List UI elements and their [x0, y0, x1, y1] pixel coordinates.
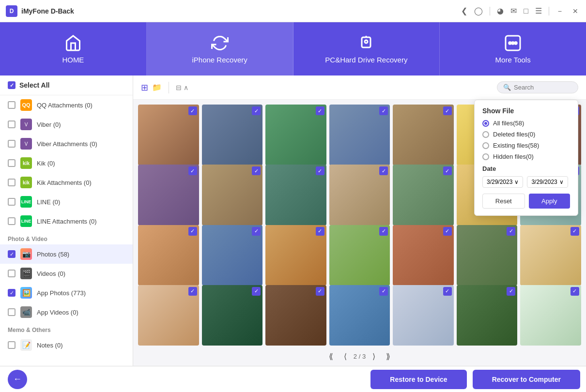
viber-attachments-checkbox[interactable]	[8, 140, 15, 148]
filter-option-all[interactable]: All files(58)	[482, 120, 570, 127]
photos-checkbox[interactable]	[8, 250, 15, 258]
photo-check-28: ✓	[571, 287, 579, 296]
last-page-button[interactable]: ⟫	[382, 351, 394, 362]
select-all-row[interactable]: Select All	[0, 75, 133, 95]
filter-option-deleted[interactable]: Deleted files(0)	[482, 131, 570, 138]
grid-view-icon[interactable]: ⊞	[141, 82, 148, 93]
date-from-select[interactable]: 3/29/2023 ∨	[482, 176, 523, 188]
photo-cell-4[interactable]: ✓	[329, 105, 390, 166]
search-input[interactable]	[514, 84, 572, 91]
svg-point-4	[509, 42, 511, 44]
photo-cell-24[interactable]: ✓	[265, 285, 326, 346]
photo-cell-19[interactable]: ✓	[393, 225, 454, 286]
menu-icon[interactable]: ☰	[535, 6, 542, 15]
photo-cell-28[interactable]: ✓	[520, 285, 581, 346]
photo-video-section: Photo & Video	[0, 231, 133, 244]
nav-iphone-recovery[interactable]: iPhone Recovery	[147, 22, 293, 75]
photo-cell-15[interactable]: ✓	[138, 225, 199, 286]
notes-checkbox[interactable]	[8, 341, 15, 349]
photo-cell-17[interactable]: ✓	[265, 225, 326, 286]
next-page-button[interactable]: ⟩	[369, 351, 379, 362]
photo-cell-1[interactable]: ✓	[138, 105, 199, 166]
restore-to-device-button[interactable]: Restore to Device	[370, 370, 466, 389]
minimize-button[interactable]: −	[556, 7, 564, 15]
content-area: ⊞ 📁 ⊟ ∧ 🔍 ✓✓✓✓✓✓✓✓✓✓✓✓✓✓✓✓✓✓✓✓✓✓✓✓✓✓✓✓ ⟪…	[133, 75, 586, 366]
sidebar-item-qq-attachments[interactable]: QQ QQ Attachments (0)	[0, 95, 133, 115]
kik-checkbox[interactable]	[8, 159, 15, 167]
photo-cell-26[interactable]: ✓	[393, 285, 454, 346]
chat-icon[interactable]: □	[524, 7, 528, 15]
folder-view-icon[interactable]: 📁	[152, 83, 162, 92]
sidebar-item-line-attachments[interactable]: LINE LINE Attachments (0)	[0, 211, 133, 231]
first-page-button[interactable]: ⟪	[325, 351, 337, 362]
photo-check-20: ✓	[507, 227, 515, 236]
photo-cell-12[interactable]: ✓	[393, 165, 454, 226]
date-from-chevron: ∨	[514, 179, 519, 185]
recover-to-computer-button[interactable]: Recover to Computer	[473, 370, 580, 389]
sidebar-item-kik[interactable]: kik Kik (0)	[0, 153, 133, 173]
filter-all-radio[interactable]	[482, 120, 489, 127]
photo-check-17: ✓	[316, 227, 324, 236]
mail-icon[interactable]: ✉	[510, 6, 517, 15]
photo-cell-2[interactable]: ✓	[202, 105, 263, 166]
sidebar-item-line[interactable]: LINE LINE (0)	[0, 192, 133, 211]
close-button[interactable]: ✕	[571, 7, 580, 15]
photo-cell-18[interactable]: ✓	[329, 225, 390, 286]
filter-option-existing[interactable]: Existing files(58)	[482, 142, 570, 149]
app-videos-checkbox[interactable]	[8, 308, 15, 316]
viber-checkbox[interactable]	[8, 121, 15, 128]
photo-cell-23[interactable]: ✓	[202, 285, 263, 346]
sidebar-item-videos[interactable]: 🎬 Videos (0)	[0, 264, 133, 283]
photo-cell-27[interactable]: ✓	[457, 285, 518, 346]
search-box: 🔍	[497, 81, 578, 93]
filter-existing-label: Existing files(58)	[493, 142, 539, 149]
filter-icon[interactable]: ⊟ ∧	[176, 84, 188, 91]
filter-option-hidden[interactable]: Hidden files(0)	[482, 153, 570, 160]
nav-home[interactable]: HOME	[0, 22, 147, 75]
photo-cell-21[interactable]: ✓	[520, 225, 581, 286]
separator2	[549, 7, 549, 15]
share-icon[interactable]: ❮	[461, 6, 467, 15]
date-to-select[interactable]: 3/29/2023 ∨	[527, 176, 568, 188]
sidebar-item-viber[interactable]: V Viber (0)	[0, 115, 133, 134]
app-logo: D	[6, 5, 17, 17]
sidebar-item-photos[interactable]: 📷 Photos (58)	[0, 244, 133, 264]
sidebar-item-notes[interactable]: 📝 Notes (0)	[0, 335, 133, 355]
filter-existing-radio[interactable]	[482, 142, 489, 149]
photo-cell-3[interactable]: ✓	[265, 105, 326, 166]
photo-cell-9[interactable]: ✓	[202, 165, 263, 226]
filter-deleted-radio[interactable]	[482, 131, 489, 138]
photo-cell-22[interactable]: ✓	[138, 285, 199, 346]
back-button[interactable]: ←	[8, 370, 27, 389]
photo-cell-25[interactable]: ✓	[329, 285, 390, 346]
sidebar-item-app-videos[interactable]: 📹 App Videos (0)	[0, 302, 133, 322]
date-to-chevron: ∨	[559, 179, 564, 185]
photo-cell-11[interactable]: ✓	[329, 165, 390, 226]
app-name: iMyFone D-Back	[21, 7, 461, 15]
apply-button[interactable]: Apply	[529, 194, 571, 209]
app-photos-label: App Photos (773)	[37, 289, 86, 297]
photo-cell-20[interactable]: ✓	[457, 225, 518, 286]
line-checkbox[interactable]	[8, 198, 15, 206]
nav-iphone-label: iPhone Recovery	[192, 56, 247, 64]
location-icon[interactable]: ◕	[497, 6, 504, 15]
nav-more-tools[interactable]: More Tools	[440, 22, 586, 75]
user-icon[interactable]: ◯	[474, 6, 483, 15]
prev-page-button[interactable]: ⟨	[340, 351, 351, 362]
photo-cell-5[interactable]: ✓	[393, 105, 454, 166]
app-photos-checkbox[interactable]	[8, 289, 15, 297]
sidebar-item-kik-attachments[interactable]: kik Kik Attachments (0)	[0, 173, 133, 192]
photo-cell-10[interactable]: ✓	[265, 165, 326, 226]
photo-cell-8[interactable]: ✓	[138, 165, 199, 226]
line-attachments-checkbox[interactable]	[8, 217, 15, 225]
photo-cell-16[interactable]: ✓	[202, 225, 263, 286]
select-all-checkbox[interactable]	[8, 81, 15, 89]
sidebar-item-app-photos[interactable]: 🖼️ App Photos (773)	[0, 283, 133, 302]
sidebar-item-viber-attachments[interactable]: V Viber Attachments (0)	[0, 134, 133, 153]
kik-attachments-checkbox[interactable]	[8, 179, 15, 186]
reset-button[interactable]: Reset	[482, 194, 525, 209]
videos-checkbox[interactable]	[8, 270, 15, 277]
qq-attachments-checkbox[interactable]	[8, 101, 15, 109]
filter-hidden-radio[interactable]	[482, 153, 489, 160]
nav-pc-recovery[interactable]: PC&Hard Drive Recovery	[293, 22, 440, 75]
